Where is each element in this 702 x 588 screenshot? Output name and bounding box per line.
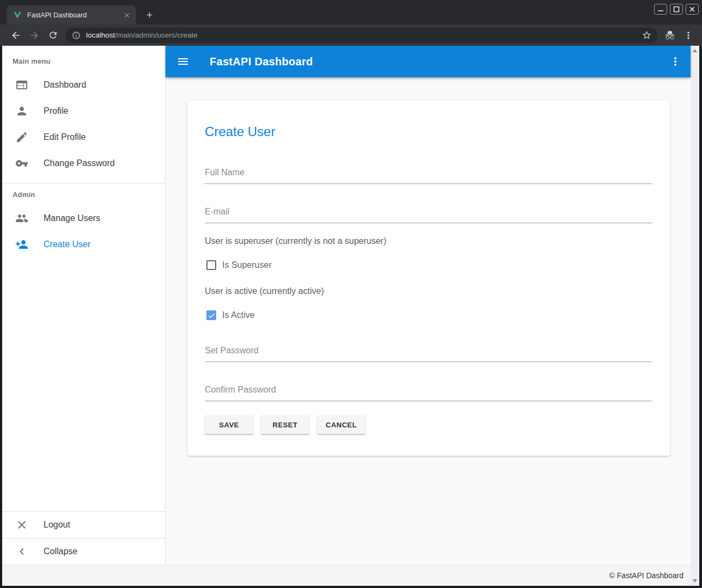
email-input[interactable] — [205, 207, 652, 223]
app-bar: FastAPI Dashboard — [166, 46, 691, 77]
superuser-checkbox-row: Is Superuser — [205, 259, 652, 272]
sidebar-item-create-user[interactable]: Create User — [2, 231, 165, 258]
superuser-checkbox[interactable] — [206, 260, 216, 270]
sidebar-item-dashboard[interactable]: Dashboard — [2, 72, 165, 98]
footer-copyright: © FastAPI Dashboard — [609, 571, 683, 580]
create-user-card: Create User User is superuser (currently… — [187, 100, 670, 456]
app-content: Main menu Dashboard Profile — [2, 46, 699, 586]
full-name-input[interactable] — [205, 168, 652, 184]
sidebar-item-profile[interactable]: Profile — [2, 98, 165, 124]
url-text: localhost/main/admin/users/create — [86, 31, 642, 39]
scrollbar-up-icon[interactable] — [693, 49, 697, 52]
confirm-password-field-wrap — [205, 385, 652, 401]
tab-title: FastAPI Dashboard — [27, 11, 122, 19]
sidebar-section-admin: Admin — [2, 183, 165, 205]
page-body: Create User User is superuser (currently… — [166, 77, 691, 565]
pencil-icon — [15, 131, 28, 144]
active-hint: User is active (currently active) — [205, 285, 652, 298]
superuser-checkbox-label: Is Superuser — [222, 260, 272, 270]
browser-toolbar: localhost/main/admin/users/create — [0, 24, 702, 46]
maximize-button[interactable] — [670, 4, 683, 15]
save-button[interactable]: SAVE — [205, 415, 253, 434]
active-checkbox[interactable] — [206, 310, 216, 320]
close-window-button[interactable] — [686, 4, 699, 15]
new-tab-button[interactable] — [145, 10, 154, 20]
page-info-icon[interactable] — [72, 31, 81, 40]
page-title: Create User — [205, 123, 652, 140]
sidebar-item-label: Dashboard — [44, 80, 86, 90]
sidebar: Main menu Dashboard Profile — [2, 46, 166, 565]
people-icon — [15, 212, 28, 225]
window-controls — [654, 4, 699, 15]
address-bar[interactable]: localhost/main/admin/users/create — [65, 28, 657, 43]
back-icon[interactable] — [7, 26, 25, 45]
set-password-field-wrap — [205, 346, 652, 362]
page-scrollbar[interactable] — [691, 46, 699, 586]
app-footer: © FastAPI Dashboard — [2, 565, 691, 586]
person-icon — [15, 105, 28, 118]
reload-icon[interactable] — [44, 26, 62, 45]
sidebar-item-label: Change Password — [44, 158, 115, 168]
app-title: FastAPI Dashboard — [210, 56, 313, 68]
full-name-field-wrap — [205, 168, 652, 184]
bookmark-star-icon[interactable] — [642, 30, 652, 40]
scrollbar-down-icon[interactable] — [693, 579, 697, 583]
browser-menu-kebab-icon[interactable] — [679, 26, 698, 45]
sidebar-item-label: Create User — [44, 240, 90, 249]
tab-strip: FastAPI Dashboard — [0, 0, 702, 24]
chevron-left-icon — [15, 545, 28, 558]
sidebar-section-main-menu: Main menu — [2, 50, 165, 72]
key-icon — [15, 157, 28, 170]
minimize-button[interactable] — [654, 4, 667, 15]
sidebar-item-manage-users[interactable]: Manage Users — [2, 205, 165, 231]
sidebar-item-change-password[interactable]: Change Password — [2, 150, 165, 176]
reset-button[interactable]: RESET — [261, 415, 309, 434]
checkmark-icon — [207, 311, 216, 320]
browser-tab[interactable]: FastAPI Dashboard — [7, 5, 136, 24]
sidebar-item-label: Manage Users — [44, 213, 100, 223]
cancel-button[interactable]: CANCEL — [317, 415, 365, 434]
person-add-icon — [15, 238, 28, 251]
email-field-wrap — [205, 207, 652, 223]
active-checkbox-label: Is Active — [222, 310, 255, 320]
sidebar-item-label: Collapse — [44, 547, 77, 556]
hamburger-menu-icon[interactable] — [176, 55, 190, 68]
web-icon — [15, 78, 28, 91]
app-menu-kebab-icon[interactable] — [669, 55, 682, 68]
incognito-icon — [661, 26, 679, 45]
close-icon — [15, 518, 28, 531]
sidebar-item-label: Edit Profile — [44, 132, 86, 142]
sidebar-item-label: Profile — [44, 106, 68, 116]
sidebar-item-label: Logout — [44, 520, 70, 530]
active-checkbox-row: Is Active — [205, 309, 652, 322]
forward-icon[interactable] — [25, 26, 44, 45]
sidebar-item-logout[interactable]: Logout — [2, 512, 165, 538]
main-area: FastAPI Dashboard Create User — [166, 46, 691, 565]
vue-logo-icon — [13, 11, 22, 20]
url-host: localhost — [86, 31, 115, 39]
tab-close-icon[interactable] — [122, 10, 132, 20]
confirm-password-input[interactable] — [205, 385, 652, 401]
sidebar-item-edit-profile[interactable]: Edit Profile — [2, 124, 165, 150]
sidebar-item-collapse[interactable]: Collapse — [2, 538, 165, 565]
url-path: /main/admin/users/create — [115, 31, 198, 39]
form-buttons: SAVE RESET CANCEL — [205, 415, 652, 434]
sidebar-spacer — [2, 258, 165, 511]
set-password-input[interactable] — [205, 346, 652, 362]
superuser-hint: User is superuser (currently is not a su… — [205, 235, 652, 248]
browser-window: FastAPI Dashboard — [0, 0, 702, 588]
